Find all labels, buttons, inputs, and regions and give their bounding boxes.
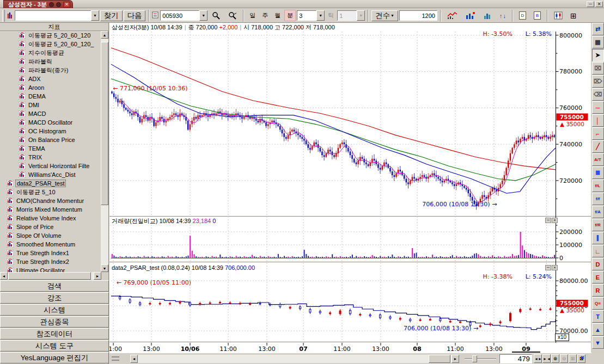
tool-arrow-up-icon[interactable]: ▲ — [592, 323, 604, 336]
find-button[interactable]: 찾기 — [100, 10, 123, 21]
tree-item[interactable]: On Balance Price — [0, 135, 101, 144]
sidebar-nav-button[interactable]: 강조 — [0, 292, 109, 304]
tree-item[interactable]: DMI — [0, 101, 101, 109]
close-pane-icon[interactable]: × — [552, 265, 558, 270]
tool-cursor-icon[interactable]: ➤ — [592, 49, 604, 61]
tool-step-line-icon[interactable]: ⌐ — [592, 127, 604, 140]
tool-wave-icon[interactable]: f/f — [592, 193, 604, 205]
compress-icon[interactable]: ►◄ — [542, 354, 551, 363]
volume-bars-icon[interactable] — [480, 10, 495, 21]
window-tab[interactable]: 삼성전자 - 3분 ✕ — [3, 0, 73, 8]
tree-item[interactable]: CMO(Chandre Momentur — [0, 196, 101, 205]
minimize-button[interactable]: ─ — [587, 1, 594, 7]
chart-region[interactable]: 8000007800007600007400007200002000001000… — [109, 23, 591, 353]
bar-count-input[interactable] — [499, 354, 532, 363]
slider-thumb[interactable] — [472, 355, 477, 362]
tool-r-pattern-icon[interactable]: R — [592, 284, 604, 297]
close-pane-icon[interactable]: × — [552, 218, 558, 223]
tree-item[interactable]: Aroon — [0, 83, 101, 92]
tool-formula-eraser-icon[interactable]: ⌧ — [592, 62, 604, 75]
tool-trend-line-icon[interactable]: ╱ — [592, 140, 604, 153]
tree-item[interactable]: Relative Volume Index — [0, 214, 101, 223]
doc-b-icon[interactable]: B — [530, 10, 544, 21]
tree-item[interactable]: TRIX — [0, 153, 101, 162]
scrollbar-thumb[interactable] — [429, 355, 450, 363]
indicator-tree[interactable]: 이동평균 5_20_60_120이동평균 5_20_60_120_지수이동평균파… — [0, 31, 101, 272]
period-week-button[interactable]: 주 — [259, 11, 271, 20]
tool-parallel-lines-icon[interactable]: ∥ — [592, 232, 604, 244]
chart-horizontal-scrollbar[interactable]: ◄ ► — [130, 355, 459, 363]
tree-item[interactable]: MACD Oscillator — [0, 118, 101, 127]
tool-quote-icon[interactable]: Q= — [592, 297, 604, 310]
scroll-left-icon[interactable]: ◄ — [130, 355, 138, 363]
tree-item[interactable]: True Stregth Index1 — [0, 249, 101, 257]
tree-item[interactable]: Ultimate Oscillator — [0, 266, 101, 272]
bar-width-slider[interactable] — [465, 358, 496, 360]
bar-chart-icon[interactable] — [462, 10, 479, 21]
minimize-pane-icon[interactable]: ─ — [545, 218, 551, 223]
period-month-button[interactable]: 월 — [272, 11, 283, 20]
tree-item[interactable]: 이동평균 5_20_60_120_ — [0, 40, 101, 48]
period-day-button[interactable]: 일 — [247, 11, 258, 20]
find-input[interactable] — [15, 10, 91, 21]
doc-d-icon[interactable]: D — [516, 10, 529, 21]
chart-canvas[interactable]: 8000007800007600007400007200002000001000… — [109, 23, 591, 353]
tool-speed-lines-icon[interactable]: f/L — [592, 180, 604, 192]
zoom-in-icon[interactable]: ⊕ — [551, 354, 559, 363]
tree-item[interactable]: ADX — [0, 75, 101, 83]
period-minute-button[interactable]: 분 — [284, 10, 296, 21]
tool-horizontal-line-icon[interactable]: ─ — [592, 101, 604, 114]
sidebar-nav-button[interactable]: YesLanguage 편집기 — [0, 352, 109, 363]
more-chevron-icon[interactable]: » — [579, 356, 587, 360]
tree-horizontal-scrollbar[interactable]: ◄ ► — [0, 272, 101, 280]
scroll-right-icon[interactable]: ► — [94, 272, 101, 280]
tool-arrow-down-icon[interactable]: ▼ — [592, 336, 604, 349]
indicator-list-icon[interactable] — [7, 12, 14, 20]
tree-item[interactable]: 이동평균 5_20_60_120 — [0, 31, 101, 40]
chevron-down-icon[interactable]: ▼ — [199, 10, 208, 21]
scrollbar-thumb[interactable] — [8, 272, 91, 280]
tool-d-pattern-icon[interactable]: D — [592, 258, 604, 270]
tool-e-pattern-icon[interactable]: E — [592, 271, 604, 283]
tool-fib-lines-icon[interactable]: ≣ — [592, 166, 604, 179]
sidebar-nav-button[interactable]: 참조데이터 — [0, 328, 109, 340]
tool-text-icon[interactable]: T — [592, 310, 604, 323]
sidebar-nav-button[interactable]: 관심종목 — [0, 316, 109, 328]
tree-item[interactable]: Vertical Horizontal Filte — [0, 162, 101, 170]
tree-item[interactable]: 파라볼릭 — [0, 57, 101, 66]
zoom-in-tool-icon[interactable] — [209, 10, 224, 21]
updown-arrows-icon[interactable]: ↑↓ — [496, 10, 509, 21]
tool-fan-icon[interactable]: f/A — [592, 206, 604, 218]
tree-item[interactable]: OC Histogram — [0, 127, 101, 135]
tree-item[interactable]: 파라볼릭(종가) — [0, 66, 101, 75]
tree-item[interactable]: 지수이동평균 — [0, 48, 101, 57]
count-input[interactable] — [399, 10, 437, 21]
tool-eraser-icon[interactable]: ⌦ — [592, 75, 604, 88]
scroll-left-icon[interactable]: ◄ — [0, 272, 8, 280]
scroll-down-icon[interactable]: ▼ — [101, 264, 108, 272]
tool-angle-line-icon[interactable]: ∟ — [592, 245, 604, 257]
tree-item[interactable]: Smoothed Momentum — [0, 240, 101, 249]
tree-item[interactable]: Morris Mixed Momentum — [0, 205, 101, 214]
candle-settings-icon[interactable] — [551, 10, 566, 21]
tool-vertical-line-icon[interactable]: │ — [592, 114, 604, 127]
tree-item[interactable]: MACD — [0, 109, 101, 118]
scroll-up-icon[interactable]: ▲ — [101, 31, 108, 39]
sidebar-nav-button[interactable]: 시스템 도구 — [0, 340, 109, 351]
zoom-out-tool-icon[interactable] — [225, 10, 240, 21]
scrollbar-thumb[interactable] — [101, 42, 108, 205]
expand-left-right-icon[interactable]: ◄► — [534, 354, 542, 363]
minimize-pane-icon[interactable]: ─ — [545, 265, 551, 270]
tree-vertical-scrollbar[interactable]: ▲ ▼ — [101, 31, 108, 272]
tree-item[interactable]: True Stregth Index2 — [0, 257, 101, 266]
minute-value[interactable]: 3 — [297, 10, 316, 21]
minute-combobox[interactable]: 3 ▼ — [297, 10, 325, 21]
chevron-down-icon[interactable]: ▼ — [316, 10, 325, 21]
tree-item[interactable]: Williams'Acc_Dist — [0, 170, 101, 179]
line-chart-icon[interactable] — [444, 10, 461, 21]
chevron-down-icon[interactable]: ▼ — [91, 10, 99, 21]
tool-retracement-icon[interactable]: f/R — [592, 219, 604, 231]
tree-item[interactable]: Slope of Price — [0, 223, 101, 231]
tool-refresh-icon[interactable]: ⇄ — [592, 23, 604, 35]
scroll-right-icon[interactable]: ► — [452, 355, 459, 363]
